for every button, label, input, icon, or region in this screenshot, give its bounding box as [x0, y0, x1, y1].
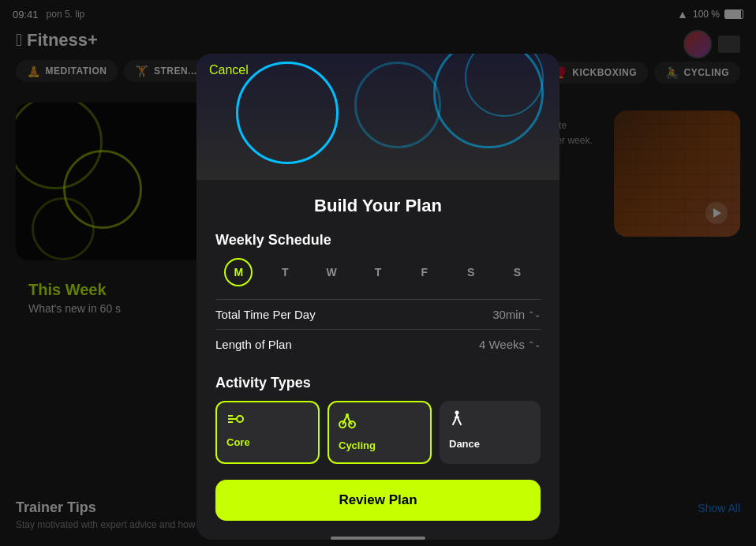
core-icon	[226, 412, 309, 430]
day-sunday[interactable]: S	[503, 258, 531, 286]
activity-core[interactable]: Core	[215, 401, 320, 464]
svg-point-3	[237, 416, 243, 422]
activity-grid: Core Cycling	[215, 401, 541, 464]
svg-point-6	[346, 413, 349, 417]
build-plan-modal: Cancel Build Your Plan Weekly Schedule M…	[196, 54, 560, 540]
activity-types-section: Activity Types Core	[215, 375, 541, 464]
core-label: Core	[226, 436, 309, 448]
chevron-updown-icon-2: ⌃⌄	[528, 340, 541, 349]
modal-title: Build Your Plan	[215, 196, 541, 216]
cycling-activity-icon	[339, 412, 421, 433]
chevron-updown-icon: ⌃⌄	[528, 310, 541, 319]
weekly-schedule-section: Weekly Schedule M T W T F	[215, 232, 541, 359]
home-indicator	[331, 537, 425, 540]
activity-dance[interactable]: Dance	[440, 401, 541, 464]
total-time-row[interactable]: Total Time Per Day 30min ⌃⌄	[215, 299, 541, 329]
svg-point-7	[455, 411, 459, 415]
modal-circle-2	[354, 62, 441, 148]
modal-header-circles	[196, 54, 560, 180]
activity-cycling[interactable]: Cycling	[327, 401, 432, 464]
modal-header-image: Cancel	[196, 54, 560, 180]
dance-icon	[449, 410, 531, 432]
cycling-label: Cycling	[339, 439, 421, 451]
day-wednesday[interactable]: W	[317, 258, 346, 286]
day-monday[interactable]: M	[224, 258, 253, 286]
dance-label: Dance	[449, 438, 531, 450]
review-plan-button[interactable]: Review Plan	[215, 480, 541, 521]
cancel-button[interactable]: Cancel	[209, 63, 249, 77]
activity-types-title: Activity Types	[215, 375, 541, 391]
days-row: M T W T F S S	[215, 258, 541, 286]
total-time-label: Total Time Per Day	[215, 308, 316, 321]
weekly-schedule-title: Weekly Schedule	[215, 232, 541, 249]
day-saturday[interactable]: S	[457, 258, 485, 286]
length-value: 4 Weeks ⌃⌄	[479, 338, 541, 351]
length-of-plan-row[interactable]: Length of Plan 4 Weeks ⌃⌄	[215, 329, 541, 359]
day-friday[interactable]: F	[410, 258, 439, 286]
total-time-value: 30min ⌃⌄	[492, 308, 541, 321]
modal-circle-1	[236, 62, 339, 164]
day-tuesday[interactable]: T	[271, 258, 299, 286]
day-thursday[interactable]: T	[364, 258, 392, 286]
length-label: Length of Plan	[215, 338, 292, 351]
modal-body: Build Your Plan Weekly Schedule M T W T	[196, 180, 560, 540]
